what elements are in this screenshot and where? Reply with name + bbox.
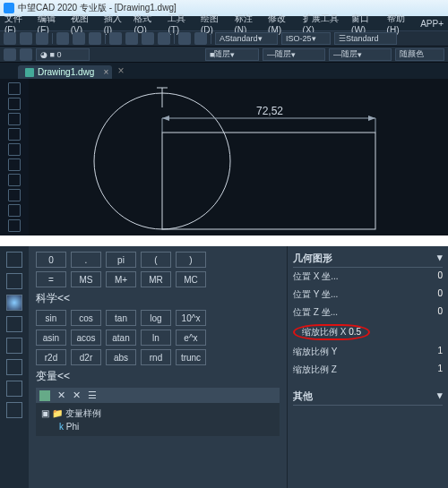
arc-tool-icon[interactable]	[8, 128, 21, 141]
new-icon[interactable]	[4, 32, 16, 45]
tool-icon[interactable]	[8, 189, 21, 201]
menu-modify[interactable]: 修改(M)	[265, 13, 298, 35]
undo-icon[interactable]	[73, 32, 85, 45]
tool-icon[interactable]	[6, 273, 22, 289]
prop-value[interactable]: 1	[437, 346, 443, 358]
layer-dropdown[interactable]: ◕ ■ 0	[36, 48, 90, 61]
property-row[interactable]: 缩放比例 Y1	[293, 343, 443, 361]
tool-icon[interactable]	[6, 338, 22, 354]
calc-btn-rparen[interactable]: )	[176, 252, 206, 268]
menu-draw[interactable]: 绘图(D)	[198, 13, 230, 35]
tool-icon[interactable]	[6, 316, 22, 332]
prop-value[interactable]: 0.5	[349, 327, 361, 337]
circle-tool-icon[interactable]	[8, 113, 21, 125]
calc-btn-asin[interactable]: asin	[36, 330, 66, 346]
rect-tool-icon[interactable]	[8, 143, 21, 156]
calc-btn-log[interactable]: log	[141, 310, 171, 326]
calc-btn-0[interactable]: 0	[36, 252, 66, 268]
menu-ext[interactable]: 扩展工具(X)	[300, 13, 348, 35]
var-icon[interactable]	[39, 390, 50, 401]
lineweight-dropdown[interactable]: — 随层 ▾	[329, 48, 392, 61]
close-icon[interactable]: ×	[104, 67, 109, 77]
calc-btn-abs[interactable]: abs	[106, 349, 136, 365]
calc-btn-ln[interactable]: ln	[141, 330, 171, 346]
menu-help[interactable]: 帮助(H)	[384, 13, 417, 35]
calc-btn-mc[interactable]: MC	[176, 271, 206, 287]
other-header[interactable]: 其他▾	[293, 388, 443, 406]
tool-icon[interactable]	[158, 32, 170, 45]
calc-btn-ms[interactable]: MS	[71, 271, 101, 287]
prop-value[interactable]: 0	[437, 270, 443, 283]
calc-btn-acos[interactable]: acos	[71, 330, 101, 346]
calc-btn-atan[interactable]: atan	[106, 330, 136, 346]
variables-tree[interactable]: ▣ 📁 变量样例 k Phi	[36, 403, 280, 436]
calc-btn-sin[interactable]: sin	[36, 310, 66, 326]
property-row[interactable]: 位置 Y 坐...0	[293, 286, 443, 304]
prop-value[interactable]: 0	[437, 306, 443, 319]
tool-icon[interactable]	[6, 359, 22, 375]
menu-edit[interactable]: 编辑(E)	[35, 13, 66, 35]
tool-icon[interactable]	[8, 174, 21, 186]
tool-icon[interactable]	[142, 32, 154, 45]
tool-icon[interactable]	[8, 204, 21, 217]
tool-icon[interactable]	[6, 252, 22, 268]
layer-icon[interactable]	[4, 48, 16, 61]
geometry-header[interactable]: 几何图形▾	[293, 250, 443, 268]
dimstyle-dropdown[interactable]: ISO-25 ▾	[281, 32, 331, 45]
tool-icon[interactable]	[6, 295, 22, 311]
color-dropdown[interactable]: ■ 随层 ▾	[205, 48, 259, 61]
line-tool-icon[interactable]	[8, 82, 21, 95]
redo-icon[interactable]	[89, 32, 101, 45]
style2-dropdown[interactable]: ☰ Standard	[334, 32, 397, 45]
tool-icon[interactable]	[178, 32, 191, 45]
menu-file[interactable]: 文件(F)	[2, 13, 33, 35]
layer-icon[interactable]	[20, 48, 32, 61]
drawing-canvas[interactable]: 72,52	[29, 79, 448, 235]
polyline-tool-icon[interactable]	[8, 98, 21, 110]
tool-icon[interactable]	[194, 32, 207, 45]
calc-btn-cos[interactable]: cos	[71, 310, 101, 326]
save-icon[interactable]	[36, 32, 48, 45]
menu-app[interactable]: APP+	[418, 19, 446, 29]
tool-icon[interactable]	[6, 402, 22, 418]
menu-format[interactable]: 格式(O)	[131, 13, 163, 35]
property-row[interactable]: 位置 X 坐...0	[293, 268, 443, 286]
tab-drawing1[interactable]: Drawing1.dwg ×	[18, 65, 112, 79]
scientific-label[interactable]: 科学<<	[36, 291, 280, 306]
property-row[interactable]: 位置 Z 坐...0	[293, 304, 443, 321]
open-icon[interactable]	[20, 32, 32, 45]
calc-btn-mplus[interactable]: M+	[106, 271, 136, 287]
calc-btn-pi[interactable]: pi	[106, 252, 136, 268]
calc-btn-mr[interactable]: MR	[141, 271, 171, 287]
calc-btn-r2d[interactable]: r2d	[36, 349, 66, 365]
tool-icon[interactable]	[125, 32, 138, 45]
textstyle-dropdown[interactable]: A Standard ▾	[215, 32, 278, 45]
tool-icon[interactable]	[109, 32, 122, 45]
menu-insert[interactable]: 插入(I)	[101, 13, 130, 35]
var-tool-icon[interactable]: ✕	[73, 390, 81, 401]
menu-dim[interactable]: 标注(N)	[232, 13, 264, 35]
calc-btn-eq[interactable]: =	[36, 271, 66, 287]
calc-btn-trunc[interactable]: trunc	[176, 349, 206, 365]
property-row[interactable]: 缩放比例 X 0.5	[293, 321, 443, 343]
tool-icon[interactable]	[8, 219, 21, 232]
new-tab-button[interactable]: ×	[117, 64, 124, 79]
menu-tools[interactable]: 工具(T)	[165, 13, 196, 35]
print-icon[interactable]	[56, 32, 69, 45]
linetype-dropdown[interactable]: — 随层 ▾	[263, 48, 325, 61]
menu-window[interactable]: 窗口(W)	[349, 13, 382, 35]
calc-btn-d2r[interactable]: d2r	[71, 349, 101, 365]
prop-value[interactable]: 1	[437, 364, 443, 376]
var-tool-icon[interactable]: ☰	[88, 390, 97, 401]
calc-btn-ex[interactable]: e^x	[176, 330, 206, 346]
prop-value[interactable]: 0	[437, 288, 443, 301]
calc-btn-dot[interactable]: .	[71, 252, 101, 268]
calc-btn-rnd[interactable]: rnd	[141, 349, 171, 365]
calc-btn-10x[interactable]: 10^x	[176, 310, 206, 326]
property-row[interactable]: 缩放比例 Z1	[293, 361, 443, 379]
menu-view[interactable]: 视图(V)	[68, 13, 99, 35]
var-tool-icon[interactable]: ✕	[57, 390, 65, 401]
variables-label[interactable]: 变量<<	[36, 369, 280, 384]
tool-icon[interactable]	[8, 158, 21, 171]
tool-icon[interactable]	[6, 381, 22, 397]
